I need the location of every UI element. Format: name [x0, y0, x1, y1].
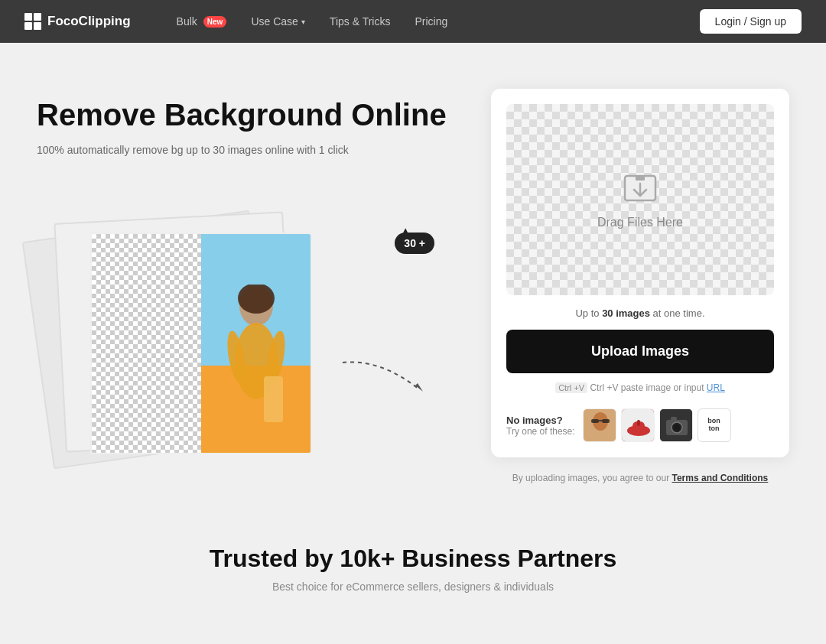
right-section: Drag Files Here Up to 30 images at one t… [491, 89, 789, 483]
ctrl-v-hint: Ctrl +V [555, 382, 587, 393]
sample-thumb-4[interactable]: bonton [698, 408, 731, 442]
try-one-text: Try one of these: [506, 426, 575, 437]
demo-card-main [90, 233, 312, 454]
hero-title: Remove Background Online [37, 96, 460, 133]
nav-links: Bulk New Use Case ▾ Tips & Tricks Pricin… [167, 11, 675, 32]
sample-label: No images? Try one of these: [506, 415, 575, 437]
demo-image-stack: ▲ 30 + [37, 187, 419, 462]
transparent-half [92, 234, 201, 453]
svg-rect-8 [636, 176, 645, 181]
drop-zone[interactable]: Drag Files Here [506, 104, 774, 295]
paste-hint: Ctrl +V Ctrl +V paste image or input URL [506, 382, 774, 393]
bottom-section: Trusted by 10k+ Business Partners Best c… [0, 514, 826, 639]
main-content: Remove Background Online 100% automatica… [0, 43, 826, 514]
sample-thumbs: bonton [583, 408, 731, 442]
svg-rect-18 [637, 420, 640, 426]
bulk-badge: New [203, 16, 227, 28]
trusted-subtitle: Best choice for eCommerce sellers, desig… [0, 581, 826, 593]
chevron-down-icon: ▾ [301, 18, 305, 26]
nav-pricing[interactable]: Pricing [405, 11, 457, 32]
upload-icon [622, 170, 659, 207]
svg-rect-12 [591, 419, 599, 423]
no-images-text: No images? [506, 415, 575, 426]
nav-tips-tricks[interactable]: Tips & Tricks [320, 11, 400, 32]
svg-point-22 [674, 424, 680, 431]
terms-text: By uploading images, you agree to our Te… [491, 473, 789, 483]
person-silhouette [226, 285, 287, 453]
dashed-arrow [335, 355, 427, 401]
sample-images-row: No images? Try one of these: [506, 408, 774, 442]
nav-bulk[interactable]: Bulk New [167, 11, 236, 32]
login-button[interactable]: Login / Sign up [700, 9, 802, 34]
terms-link[interactable]: Terms and Conditions [672, 473, 769, 483]
hero-subtitle: 100% automatically remove bg up to 30 im… [37, 144, 460, 156]
drop-zone-label: Drag Files Here [597, 216, 683, 229]
image-limit-text: Up to 30 images at one time. [506, 307, 774, 319]
sample-thumb-2[interactable] [621, 408, 655, 442]
svg-rect-5 [264, 376, 283, 422]
cursor-icon: ▲ [398, 223, 413, 241]
nav-use-case[interactable]: Use Case ▾ [242, 11, 314, 32]
sample-thumb-3[interactable] [659, 408, 693, 442]
sample-thumb-1[interactable] [583, 408, 616, 442]
left-section: Remove Background Online 100% automatica… [37, 89, 460, 462]
logo-text: FocoClipping [47, 14, 131, 29]
navigation: FocoClipping Bulk New Use Case ▾ Tips & … [0, 0, 826, 43]
upload-button[interactable]: Upload Images [506, 330, 774, 373]
svg-rect-13 [602, 419, 610, 423]
logo[interactable]: FocoClipping [24, 13, 131, 30]
original-half [201, 234, 311, 453]
url-link[interactable]: URL [707, 382, 725, 393]
logo-icon [24, 13, 41, 30]
upload-card: Drag Files Here Up to 30 images at one t… [491, 89, 789, 457]
trusted-title: Trusted by 10k+ Business Partners [0, 545, 826, 573]
svg-rect-23 [671, 417, 677, 421]
